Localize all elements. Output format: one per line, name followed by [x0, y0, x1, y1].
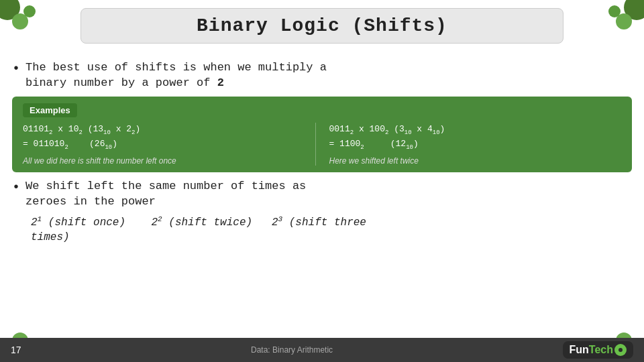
example-left-line1: 011012 x 102 (1310 x 22) — [23, 123, 315, 137]
bullet1: • The best use of shifts is when we mult… — [12, 60, 632, 91]
corner-decor-tr3 — [608, 5, 621, 17]
example-right: 00112 x 1002 (310 x 410) = 11002 (1210) … — [315, 123, 622, 166]
funtech-logo: FunTech — [563, 341, 633, 359]
content-area: • The best use of shifts is when we mult… — [12, 52, 632, 335]
funtech-dot-icon — [614, 344, 627, 356]
bullet2: • We shift left the same number of times… — [12, 179, 632, 210]
example-right-line1: 00112 x 1002 (310 x 410) — [329, 123, 622, 137]
power-continuation: times) — [31, 231, 632, 243]
bullet-dot-1: • — [12, 60, 20, 78]
funtech-tech: Tech — [589, 344, 613, 356]
bullet1-line1: The best use of shifts is when we multip… — [25, 60, 327, 76]
slide-number: 17 — [11, 345, 21, 355]
power-line: 21 (shift once) 22 (shift twice) 23 (shi… — [31, 215, 632, 229]
examples-row: 011012 x 102 (1310 x 22) = 0110102 (2610… — [23, 123, 621, 166]
corner-decor-tl3 — [23, 5, 36, 17]
footer: 17 Data: Binary Arithmetic FunTech — [0, 338, 644, 362]
example-right-italic: Here we shifted left twice — [329, 156, 622, 166]
bullet2-text: We shift left the same number of times a… — [25, 179, 306, 210]
examples-label: Examples — [23, 103, 77, 117]
title-bar: Binary Logic (Shifts) — [80, 8, 564, 44]
bullet1-text: The best use of shifts is when we multip… — [25, 60, 327, 91]
funtech-fun: Fun — [570, 344, 589, 356]
slide-title: Binary Logic (Shifts) — [95, 15, 549, 36]
funtech-brand: FunTech — [563, 341, 633, 359]
examples-box: Examples 011012 x 102 (1310 x 22) = 0110… — [12, 97, 632, 172]
example-left-line2: = 0110102 (2610) — [23, 137, 315, 152]
example-left-italic: All we did here is shift the number left… — [23, 156, 315, 166]
bullet2-line1: We shift left the same number of times a… — [25, 179, 306, 194]
example-right-line2: = 11002 (1210) — [329, 137, 622, 152]
bullet1-line2: binary number by a power of 2 — [25, 76, 327, 91]
bullet1-bold: 2 — [217, 76, 224, 89]
example-left: 011012 x 102 (1310 x 22) = 0110102 (2610… — [23, 123, 315, 166]
slide: Binary Logic (Shifts) • The best use of … — [0, 0, 644, 362]
bullet-dot-2: • — [12, 179, 20, 196]
footer-label: Data: Binary Arithmetic — [251, 345, 333, 355]
bullet2-line2: zeroes in the power — [25, 194, 306, 210]
